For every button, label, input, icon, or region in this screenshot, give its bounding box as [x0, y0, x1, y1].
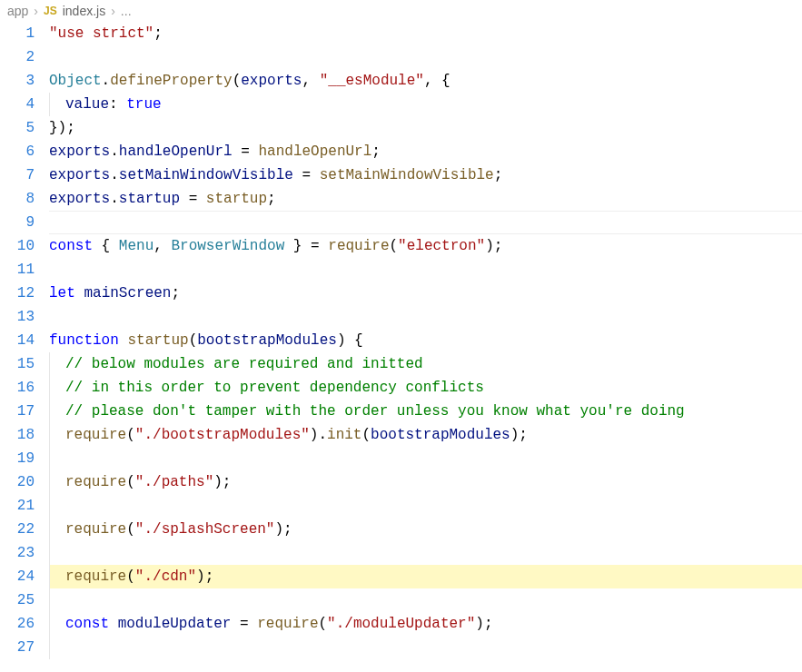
line-number[interactable]: 24 [0, 565, 35, 588]
line-number[interactable]: 1 [0, 22, 35, 45]
code-line: Object.defineProperty(exports, "__esModu… [49, 69, 802, 93]
code-line [49, 494, 802, 518]
code-line: function startup(bootstrapModules) { [49, 329, 802, 352]
line-number[interactable]: 14 [0, 329, 35, 352]
line-number-gutter[interactable]: 1234567891011121314151617181920212223242… [0, 22, 49, 659]
line-number[interactable]: 2 [0, 45, 35, 69]
line-number[interactable]: 23 [0, 541, 35, 565]
code-area[interactable]: "use strict"; Object.defineProperty(expo… [49, 22, 802, 659]
code-line [49, 45, 802, 69]
chevron-right-icon: › [34, 4, 38, 18]
chevron-right-icon: › [111, 4, 115, 18]
line-number[interactable]: 27 [0, 636, 35, 659]
code-editor[interactable]: 1234567891011121314151617181920212223242… [0, 22, 802, 659]
code-line: }); [49, 116, 802, 140]
code-line: // below modules are required and initte… [49, 352, 802, 376]
code-line [49, 636, 802, 659]
line-number[interactable]: 7 [0, 163, 35, 187]
breadcrumb-file[interactable]: index.js [63, 4, 105, 18]
code-line: const moduleUpdater = require("./moduleU… [49, 612, 802, 636]
line-number[interactable]: 25 [0, 588, 35, 612]
code-line: const { Menu, BrowserWindow } = require(… [49, 234, 802, 258]
breadcrumb-folder[interactable]: app [7, 4, 28, 18]
line-number[interactable]: 26 [0, 612, 35, 636]
code-line: require("./splashScreen"); [49, 518, 802, 541]
line-number[interactable]: 17 [0, 400, 35, 423]
code-line [49, 447, 802, 470]
breadcrumb-tail[interactable]: ... [121, 4, 132, 18]
code-line: "use strict"; [49, 22, 802, 45]
code-line [49, 588, 802, 612]
code-line [49, 305, 802, 329]
code-line-highlighted: require("./cdn"); [49, 565, 802, 588]
code-line: exports.setMainWindowVisible = setMainWi… [49, 163, 802, 187]
line-number[interactable]: 20 [0, 470, 35, 494]
code-line [49, 258, 802, 282]
line-number[interactable]: 21 [0, 494, 35, 518]
line-number[interactable]: 6 [0, 140, 35, 163]
line-number[interactable]: 8 [0, 187, 35, 211]
code-line: exports.handleOpenUrl = handleOpenUrl; [49, 140, 802, 163]
code-line: // in this order to prevent dependency c… [49, 376, 802, 400]
line-number[interactable]: 9 [0, 211, 35, 234]
js-file-icon: JS [44, 5, 57, 17]
line-number[interactable]: 12 [0, 282, 35, 305]
hint-dots-icon: ... [82, 425, 101, 449]
line-number[interactable]: 16 [0, 376, 35, 400]
code-line: exports.startup = startup; [49, 187, 802, 211]
line-number[interactable]: 19 [0, 447, 35, 470]
line-number[interactable]: 5 [0, 116, 35, 140]
code-line: require("./bootstrapModules").init(boots… [49, 423, 802, 447]
line-number[interactable]: 13 [0, 305, 35, 329]
code-line [49, 211, 802, 234]
code-line [49, 541, 802, 565]
line-number[interactable]: 10 [0, 234, 35, 258]
code-line: let mainScreen; [49, 282, 802, 305]
code-line: // please don't tamper with the order un… [49, 400, 802, 423]
line-number[interactable]: 18 [0, 423, 35, 447]
line-number[interactable]: 22 [0, 518, 35, 541]
line-number[interactable]: 11 [0, 258, 35, 282]
code-line: require("./paths"); [49, 470, 802, 494]
breadcrumb[interactable]: app › JS index.js › ... [0, 0, 802, 22]
line-number[interactable]: 3 [0, 69, 35, 93]
line-number[interactable]: 4 [0, 93, 35, 116]
line-number[interactable]: 15 [0, 352, 35, 376]
code-line: value: true [49, 93, 802, 116]
